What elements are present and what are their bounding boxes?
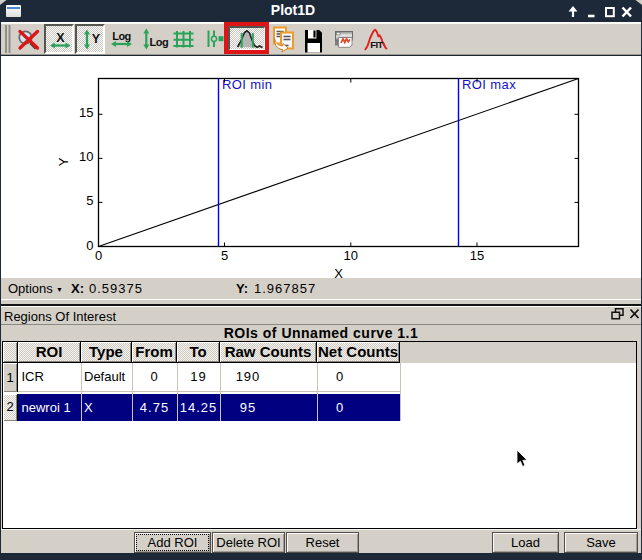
svg-text:0: 0 bbox=[86, 238, 93, 253]
svg-text:Log: Log bbox=[150, 36, 169, 48]
svg-text:ROI min: ROI min bbox=[222, 77, 272, 92]
svg-text:5: 5 bbox=[221, 248, 228, 263]
svg-text:10: 10 bbox=[344, 248, 358, 263]
svg-text:ROI max: ROI max bbox=[462, 77, 516, 92]
svg-text:15: 15 bbox=[470, 248, 484, 263]
svg-text:Y: Y bbox=[56, 157, 71, 166]
svg-text:FIT: FIT bbox=[370, 39, 383, 50]
svg-text:15: 15 bbox=[79, 105, 93, 120]
svg-text:X: X bbox=[56, 31, 65, 45]
svg-text:0: 0 bbox=[95, 248, 102, 263]
svg-text:Log: Log bbox=[112, 30, 131, 42]
svg-text:X: X bbox=[334, 266, 343, 279]
svg-text:Y: Y bbox=[92, 32, 101, 46]
svg-text:10: 10 bbox=[79, 149, 93, 164]
svg-text:5: 5 bbox=[86, 193, 93, 208]
